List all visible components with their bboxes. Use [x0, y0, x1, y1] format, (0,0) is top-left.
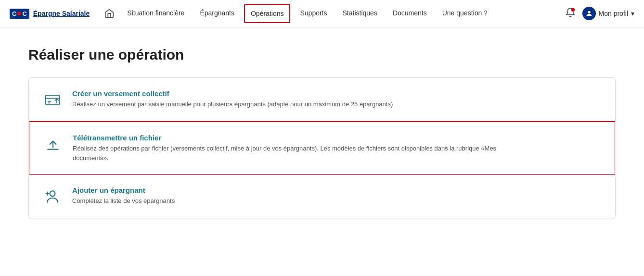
notification-icon[interactable]: [565, 7, 576, 20]
cards-container: Créer un versement collectif Réalisez un…: [28, 77, 616, 218]
avatar: [582, 7, 596, 20]
cic-logo: C C: [10, 9, 29, 19]
card-versement[interactable]: Créer un versement collectif Réalisez un…: [29, 78, 615, 122]
nav-item-epargnants[interactable]: Épargnants: [192, 0, 242, 27]
upload-icon: [43, 134, 63, 154]
card-fichier-desc: Réalisez des opérations par fichier (ver…: [73, 144, 506, 163]
logo[interactable]: C C Épargne Salariale: [10, 9, 90, 19]
profile-area[interactable]: Mon profil ▾: [582, 7, 634, 20]
main-nav: Situation financière Épargnants Opératio…: [119, 0, 565, 27]
card-epargnant[interactable]: Ajouter un épargnant Complétez la liste …: [29, 175, 615, 218]
nav-item-supports[interactable]: Supports: [292, 0, 335, 27]
nav-item-question[interactable]: Une question ?: [435, 0, 495, 27]
profile-chevron-icon: ▾: [631, 10, 634, 17]
card-epargnant-title: Ajouter un épargnant: [72, 186, 602, 194]
nav-item-documents[interactable]: Documents: [385, 0, 435, 27]
card-epargnant-body: Ajouter un épargnant Complétez la liste …: [72, 186, 602, 206]
svg-point-0: [571, 8, 574, 11]
card-fichier[interactable]: Télétransmettre un fichier Réalisez des …: [28, 121, 616, 175]
card-fichier-title: Télétransmettre un fichier: [73, 134, 601, 142]
svg-point-1: [588, 11, 590, 13]
nav-item-situation[interactable]: Situation financière: [119, 0, 192, 27]
nav-item-operations[interactable]: Opérations: [244, 4, 290, 23]
add-user-icon: [42, 186, 63, 206]
header-right: Mon profil ▾: [565, 7, 634, 20]
card-versement-desc: Réalisez un versement par saisie manuell…: [72, 100, 505, 109]
card-versement-body: Créer un versement collectif Réalisez un…: [72, 89, 602, 109]
card-epargnant-desc: Complétez la liste de vos épargnants: [72, 196, 505, 206]
profile-label: Mon profil: [599, 10, 628, 17]
home-icon[interactable]: [104, 8, 115, 19]
svg-point-8: [50, 191, 55, 196]
logo-text: Épargne Salariale: [33, 10, 90, 17]
payment-icon: [42, 89, 63, 110]
nav-item-statistiques[interactable]: Statistiques: [335, 0, 385, 27]
card-versement-title: Créer un versement collectif: [72, 89, 602, 98]
logo-dot: [17, 12, 21, 15]
page-title: Réaliser une opération: [28, 47, 616, 63]
main-content: Réaliser une opération Créer un versemen…: [14, 27, 630, 238]
header: C C Épargne Salariale Situation financiè…: [0, 0, 644, 27]
card-fichier-body: Télétransmettre un fichier Réalisez des …: [73, 134, 601, 163]
